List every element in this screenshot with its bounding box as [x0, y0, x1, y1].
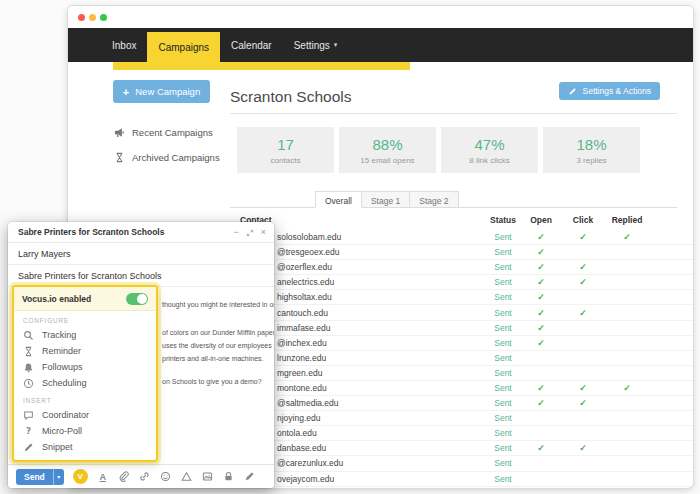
chevron-down-icon: ▾: [334, 41, 338, 49]
window-close-button[interactable]: [78, 14, 85, 21]
vocus-item-micro-poll[interactable]: ?Micro-Poll: [14, 423, 156, 439]
vocus-item-followups[interactable]: Followups: [14, 359, 156, 375]
status-badge: Sent: [478, 262, 528, 272]
vocus-item-label: Tracking: [42, 330, 76, 340]
emoji-icon[interactable]: [160, 471, 172, 483]
status-badge: Sent: [478, 413, 528, 423]
vocus-item-scheduling[interactable]: Scheduling: [14, 375, 156, 391]
nav-item-settings[interactable]: Settings▾: [283, 28, 349, 62]
window-zoom-button[interactable]: [100, 14, 107, 21]
status-badge: Sent: [478, 368, 528, 378]
attach-icon[interactable]: [118, 471, 130, 483]
drive-icon[interactable]: [181, 471, 193, 483]
question-icon: ?: [23, 426, 34, 437]
contact-email: cantouch.edu: [277, 308, 328, 318]
column-header-click: Click: [567, 215, 599, 225]
vocus-item-label: Snippet: [42, 442, 73, 452]
vocus-item-label: Scheduling: [42, 378, 87, 388]
contact-email: @tresgeoex.edu: [277, 247, 340, 257]
body-text-fragment: uses the diversity of our employees to: [162, 342, 274, 349]
vocus-toggle-switch[interactable]: [126, 293, 148, 305]
vocus-item-coordinator[interactable]: Coordinator: [14, 407, 156, 423]
status-badge: Sent: [478, 247, 528, 257]
pencil-icon: [23, 442, 34, 453]
main-nav: Inbox Campaigns Calendar Settings▾: [68, 28, 693, 62]
tab-stage-2[interactable]: Stage 2: [410, 191, 458, 208]
stage-tabs: Overall Stage 1 Stage 2: [315, 191, 459, 208]
status-badge: Sent: [478, 458, 528, 468]
compose-title: Sabre Printers for Scranton Schools: [18, 227, 164, 237]
contact-email: @carezunlux.edu: [277, 458, 343, 468]
stat-label: 15 email opens: [360, 156, 414, 165]
click-check-icon: ✓: [567, 443, 599, 453]
svg-text:?: ?: [26, 426, 31, 436]
new-campaign-label: New Campaign: [135, 86, 200, 97]
stat-label: 8 link clicks: [469, 156, 509, 165]
vocus-section-label: CONFIGURE: [14, 311, 156, 327]
vocus-toggle-row: Vocus.io enabled: [14, 287, 156, 311]
body-text-fragment: of colors on our Dunder Mifflin paper.: [162, 329, 274, 336]
page-title: Scranton Schools: [230, 88, 352, 106]
sidebar-item-recent-campaigns[interactable]: Recent Campaigns: [114, 127, 213, 138]
vocus-badge-icon[interactable]: V: [73, 469, 88, 484]
pen-icon[interactable]: [244, 471, 256, 483]
contact-email: @saltmedia.edu: [277, 398, 339, 408]
stat-card-opens: 88% 15 email opens: [339, 127, 436, 173]
open-check-icon: ✓: [525, 232, 557, 242]
nav-label: Settings: [294, 40, 330, 51]
subject-field[interactable]: Sabre Printers for Scranton Schools: [8, 265, 274, 287]
send-dropdown-button[interactable]: ▾: [53, 469, 64, 485]
hourglass-icon: [23, 346, 34, 357]
image-icon[interactable]: [202, 471, 214, 483]
link-icon[interactable]: [139, 471, 151, 483]
column-header-status: Status: [478, 215, 528, 225]
toolbar-icons: A: [97, 471, 256, 483]
status-badge: Sent: [478, 308, 528, 318]
open-check-icon: ✓: [525, 398, 557, 408]
stat-value: 47%: [474, 136, 504, 153]
click-check-icon: ✓: [567, 232, 599, 242]
vocus-item-label: Reminder: [42, 346, 81, 356]
nav-item-calendar[interactable]: Calendar: [220, 28, 283, 62]
status-badge: Sent: [478, 428, 528, 438]
recipient-field[interactable]: Larry Mayers: [8, 243, 274, 265]
open-check-icon: ✓: [525, 292, 557, 302]
expand-icon[interactable]: [246, 229, 254, 237]
body-text-fragment: on Schools to give you a demo?: [162, 378, 262, 385]
body-text-fragment: thought you might be interested in one o…: [162, 301, 274, 308]
compose-toolbar: Send ▾ V A: [8, 464, 274, 488]
sidebar-item-archived-campaigns[interactable]: Archived Campaigns: [114, 152, 220, 163]
stat-label: contacts: [271, 156, 301, 165]
open-check-icon: ✓: [525, 308, 557, 318]
click-check-icon: ✓: [567, 277, 599, 287]
tab-stage-1[interactable]: Stage 1: [362, 191, 410, 208]
status-badge: Sent: [478, 338, 528, 348]
close-icon[interactable]: ×: [261, 228, 266, 237]
status-badge: Sent: [478, 323, 528, 333]
tab-overall[interactable]: Overall: [315, 191, 362, 208]
contact-email: danbase.edu: [277, 443, 326, 453]
lock-icon[interactable]: [223, 471, 235, 483]
nav-label: Campaigns: [158, 42, 209, 53]
format-icon[interactable]: A: [97, 471, 109, 483]
vocus-item-label: Micro-Poll: [42, 426, 82, 436]
new-campaign-button[interactable]: + New Campaign: [113, 80, 210, 103]
settings-actions-button[interactable]: Settings & Actions: [559, 82, 660, 100]
compose-titlebar[interactable]: Sabre Printers for Scranton Schools − ×: [8, 222, 274, 243]
sidebar-link-label: Archived Campaigns: [132, 152, 220, 163]
status-badge: Sent: [478, 474, 528, 484]
vocus-item-snippet[interactable]: Snippet: [14, 439, 156, 455]
vocus-item-label: Coordinator: [42, 410, 89, 420]
status-badge: Sent: [478, 398, 528, 408]
window-minimize-button[interactable]: [89, 14, 96, 21]
vocus-item-reminder[interactable]: Reminder: [14, 343, 156, 359]
send-button[interactable]: Send: [16, 469, 53, 485]
minimize-icon[interactable]: −: [233, 228, 238, 237]
vocus-item-tracking[interactable]: Tracking: [14, 327, 156, 343]
nav-item-campaigns[interactable]: Campaigns: [147, 32, 220, 62]
body-text-fragment: printers and all-in-one machines.: [162, 355, 264, 362]
compose-window-controls: − ×: [233, 222, 266, 243]
contact-email: ontola.edu: [277, 428, 317, 438]
nav-item-inbox[interactable]: Inbox: [101, 28, 147, 62]
stat-card-contacts: 17 contacts: [237, 127, 334, 173]
